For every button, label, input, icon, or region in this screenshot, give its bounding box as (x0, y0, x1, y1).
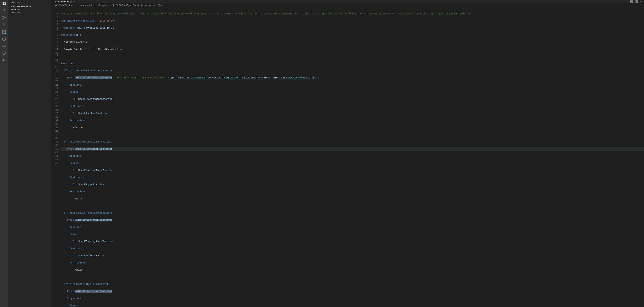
tab-problems-badge: 7 (70, 0, 72, 3)
sidebar-section-label: OUTLINE (11, 8, 20, 10)
svg-rect-16 (3, 59, 4, 60)
svg-rect-18 (630, 1, 631, 2)
sidebar-section-label: TIMELINE (11, 12, 20, 14)
sidebar-section-label: VS-CODE-PROJECTS (11, 6, 31, 8)
svg-rect-20 (630, 2, 631, 2)
run-debug-icon[interactable] (2, 23, 6, 27)
sidebar-title: EXPLORER (10, 2, 21, 4)
breadcrumb-item[interactable]: ! template.yaml (76, 4, 92, 6)
svg-rect-19 (632, 1, 632, 2)
sidebar-section-outline[interactable]: › OUTLINE (8, 8, 51, 11)
svg-point-6 (5, 17, 6, 18)
svg-rect-13 (2, 60, 3, 60)
code-editor[interactable]: 12345 678910 1112131415 1617181920 21222… (51, 7, 644, 307)
tab-template-yaml[interactable]: ! template.yaml 7 × (51, 0, 77, 3)
svg-point-5 (3, 18, 4, 19)
docker-icon[interactable] (2, 58, 6, 62)
code-hint: AWS CloudFormation Serverless Applicatio… (60, 12, 644, 16)
line-gutter: 12345 678910 1112131415 1617181920 21222… (51, 7, 60, 307)
explorer-icon[interactable] (2, 1, 6, 6)
aws-icon[interactable]: aws (2, 44, 6, 48)
sidebar-section-timeline[interactable]: › TIMELINE (8, 11, 51, 14)
yaml-file-icon: ! (54, 0, 54, 3)
explorer-sidebar: EXPLORER ⋯ › VS-CODE-PROJECTS › OUTLINE … (8, 0, 51, 307)
svg-rect-11 (2, 38, 6, 40)
code-content[interactable]: AWS CloudFormation Serverless Applicatio… (60, 7, 644, 307)
svg-rect-8 (4, 30, 6, 32)
extensions-icon[interactable]: 1 (2, 30, 6, 34)
render-icon[interactable] (630, 0, 633, 3)
breadcrumbs[interactable]: MultiStepWorkflow › ! template.yaml › { … (51, 3, 644, 7)
tab-bar: ! template.yaml 7 × ⋯ (51, 0, 644, 3)
tab-filename: template.yaml (55, 0, 69, 3)
source-control-icon[interactable] (2, 16, 6, 20)
svg-rect-21 (632, 2, 632, 2)
breadcrumb-item[interactable]: ▭ Type (154, 4, 163, 6)
hex-icon[interactable] (2, 51, 6, 55)
remote-icon[interactable] (2, 37, 6, 41)
svg-line-3 (4, 11, 6, 12)
sidebar-more-icon[interactable]: ⋯ (47, 1, 49, 4)
svg-rect-15 (4, 60, 4, 60)
chevron-right-icon: › (9, 8, 11, 10)
editor-area: ! template.yaml 7 × ⋯ MultiStepWorkflow … (51, 0, 644, 307)
text-cursor (80, 162, 80, 165)
svg-point-2 (3, 9, 5, 11)
svg-point-4 (3, 16, 4, 17)
chevron-right-icon: › (9, 12, 11, 14)
sidebar-section-projects[interactable]: › VS-CODE-PROJECTS (8, 5, 51, 8)
svg-rect-7 (2, 30, 4, 32)
split-editor-icon[interactable] (635, 0, 638, 3)
search-icon[interactable] (2, 8, 6, 12)
more-actions-icon[interactable]: ⋯ (640, 0, 642, 3)
svg-rect-9 (2, 32, 4, 34)
chevron-right-icon: › (9, 6, 11, 8)
close-icon[interactable]: × (74, 0, 75, 3)
svg-rect-14 (3, 60, 4, 60)
breadcrumb-item[interactable]: MultiStepWorkflow (54, 4, 72, 6)
breadcrumb-item[interactable]: { } SfnToStockBuyerFunctionConnector (112, 4, 151, 6)
extensions-badge: 1 (4, 32, 6, 34)
activity-bar: 1 aws (0, 0, 8, 307)
breadcrumb-item[interactable]: { } Resources (94, 4, 109, 6)
